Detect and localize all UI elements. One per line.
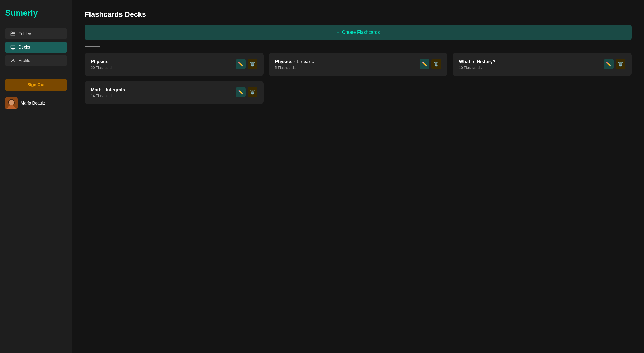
sidebar-item-folders[interactable]: Folders <box>5 28 67 39</box>
nav-menu: Folders Decks Profile <box>5 28 67 66</box>
deck-actions: ✏️ 🗑️ <box>604 59 625 69</box>
deck-actions: ✏️ 🗑️ <box>420 59 441 69</box>
edit-deck-button[interactable]: ✏️ <box>236 87 246 97</box>
deck-title: Physics - Linear... <box>275 59 420 65</box>
profile-icon <box>10 58 15 63</box>
deck-title: Math - Integrals <box>91 87 236 93</box>
deck-title: What is History? <box>459 59 604 65</box>
edit-icon: ✏️ <box>238 62 243 67</box>
deck-actions: ✏️ 🗑️ <box>236 59 257 69</box>
edit-icon: ✏️ <box>422 62 427 67</box>
deck-card-history[interactable]: What is History? 10 Flashcards ✏️ 🗑️ <box>453 53 632 76</box>
create-flashcards-label: Create Flashcards <box>342 30 380 35</box>
section-divider <box>85 46 100 47</box>
deck-title: Physics <box>91 59 236 65</box>
delete-deck-button[interactable]: 🗑️ <box>616 59 625 69</box>
sidebar-divider <box>5 73 67 73</box>
edit-deck-button[interactable]: ✏️ <box>420 59 429 69</box>
user-profile: María Beatriz <box>5 96 67 110</box>
deck-card-header: Physics - Linear... 5 Flashcards ✏️ 🗑️ <box>275 59 442 70</box>
delete-deck-button[interactable]: 🗑️ <box>431 59 441 69</box>
sidebar-item-folders-label: Folders <box>19 31 32 36</box>
deck-info: Math - Integrals 14 Flashcards <box>91 87 236 98</box>
decks-icon <box>10 45 15 50</box>
sidebar-item-profile[interactable]: Profile <box>5 55 67 66</box>
svg-point-4 <box>12 59 14 61</box>
deck-card-math[interactable]: Math - Integrals 14 Flashcards ✏️ 🗑️ <box>85 81 264 104</box>
avatar <box>5 97 18 109</box>
trash-icon: 🗑️ <box>250 62 255 67</box>
deck-actions: ✏️ 🗑️ <box>236 87 257 97</box>
edit-icon: ✏️ <box>238 90 243 95</box>
deck-card-physics-linear[interactable]: Physics - Linear... 5 Flashcards ✏️ 🗑️ <box>269 53 448 76</box>
deck-info: Physics 20 Flashcards <box>91 59 236 70</box>
deck-count: 14 Flashcards <box>91 94 236 98</box>
trash-icon: 🗑️ <box>250 90 255 95</box>
plus-icon: + <box>336 29 339 35</box>
deck-card-header: What is History? 10 Flashcards ✏️ 🗑️ <box>459 59 625 70</box>
delete-deck-button[interactable]: 🗑️ <box>248 87 257 97</box>
folders-icon <box>10 31 15 36</box>
deck-card-header: Physics 20 Flashcards ✏️ 🗑️ <box>91 59 257 70</box>
create-flashcards-button[interactable]: + Create Flashcards <box>85 25 632 40</box>
page-title: Flashcards Decks <box>85 10 632 19</box>
deck-count: 5 Flashcards <box>275 66 420 70</box>
svg-rect-0 <box>11 33 15 36</box>
deck-card-header: Math - Integrals 14 Flashcards ✏️ 🗑️ <box>91 87 257 98</box>
edit-deck-button[interactable]: ✏️ <box>236 59 246 69</box>
svg-rect-1 <box>11 45 15 49</box>
app-logo: Sumerly <box>5 8 67 18</box>
main-content: Flashcards Decks + Create Flashcards Phy… <box>72 0 644 353</box>
trash-icon: 🗑️ <box>434 62 439 67</box>
sidebar-item-decks-label: Decks <box>19 45 30 50</box>
edit-icon: ✏️ <box>606 62 611 67</box>
deck-info: Physics - Linear... 5 Flashcards <box>275 59 420 70</box>
decks-grid: Physics 20 Flashcards ✏️ 🗑️ Physics - Li… <box>85 53 632 104</box>
sidebar-item-decks[interactable]: Decks <box>5 42 67 53</box>
edit-deck-button[interactable]: ✏️ <box>604 59 614 69</box>
delete-deck-button[interactable]: 🗑️ <box>248 59 257 69</box>
sidebar: Sumerly Folders Decks <box>0 0 72 353</box>
trash-icon: 🗑️ <box>618 62 623 67</box>
deck-count: 20 Flashcards <box>91 66 236 70</box>
sign-out-button[interactable]: Sign Out <box>5 79 67 91</box>
deck-count: 10 Flashcards <box>459 66 604 70</box>
deck-info: What is History? 10 Flashcards <box>459 59 604 70</box>
sidebar-item-profile-label: Profile <box>19 58 30 63</box>
deck-card-physics[interactable]: Physics 20 Flashcards ✏️ 🗑️ <box>85 53 264 76</box>
user-name: María Beatriz <box>21 101 45 106</box>
